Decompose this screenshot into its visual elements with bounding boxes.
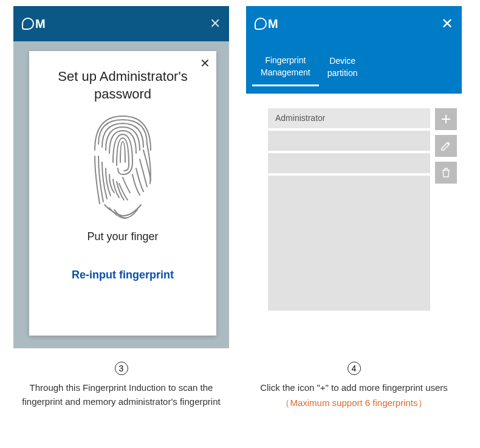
reinput-fingerprint-link[interactable]: Re-input fingerprint [29, 269, 216, 281]
delete-user-button[interactable] [435, 162, 457, 184]
window-header: M ✕ [13, 6, 229, 41]
setup-password-window: M ✕ ✕ Set up Administrator's password [13, 6, 229, 348]
edit-icon [440, 140, 452, 152]
caption-note: （Maximum support 6 fingerprints） [246, 398, 462, 409]
fingerprint-management-window: M ✕ Fingerprint Management Device partit… [246, 6, 462, 348]
tab-device-partition[interactable]: Device partition [319, 49, 366, 85]
put-finger-label: Put your finger [29, 230, 216, 243]
step-number: 4 [348, 362, 361, 375]
step-number: 3 [115, 362, 128, 375]
fingerprint-icon [29, 114, 216, 223]
modal-title: Set up Administrator's password [29, 68, 216, 103]
tab-bar: Fingerprint Management Device partition [246, 41, 462, 94]
modal-close-icon[interactable]: ✕ [200, 56, 210, 71]
window-header: M ✕ Fingerprint Management Device partit… [246, 6, 462, 94]
window-close-icon[interactable]: ✕ [441, 15, 453, 32]
dm-logo: M [22, 17, 45, 31]
trash-icon [440, 167, 452, 179]
user-row[interactable]: Administrator [268, 108, 430, 128]
caption-text: Through this Fingerprint Induction to sc… [13, 381, 229, 408]
add-user-button[interactable] [435, 108, 457, 130]
tab-fingerprint-management[interactable]: Fingerprint Management [252, 49, 319, 86]
dm-logo: M [255, 17, 278, 31]
user-list: Administrator [268, 108, 430, 311]
setup-modal: ✕ Set up Administrator's password [29, 51, 216, 336]
user-row[interactable] [268, 131, 430, 151]
plus-icon [440, 113, 452, 125]
caption-text: Click the icon "+" to add more fingerpri… [246, 381, 462, 395]
empty-area [268, 176, 430, 311]
edit-user-button[interactable] [435, 135, 457, 157]
user-row[interactable] [268, 153, 430, 173]
step4-caption: 4 Click the icon "+" to add more fingerp… [246, 362, 462, 409]
step3-caption: 3 Through this Fingerprint Induction to … [13, 362, 229, 409]
window-close-icon[interactable]: ✕ [210, 16, 221, 32]
